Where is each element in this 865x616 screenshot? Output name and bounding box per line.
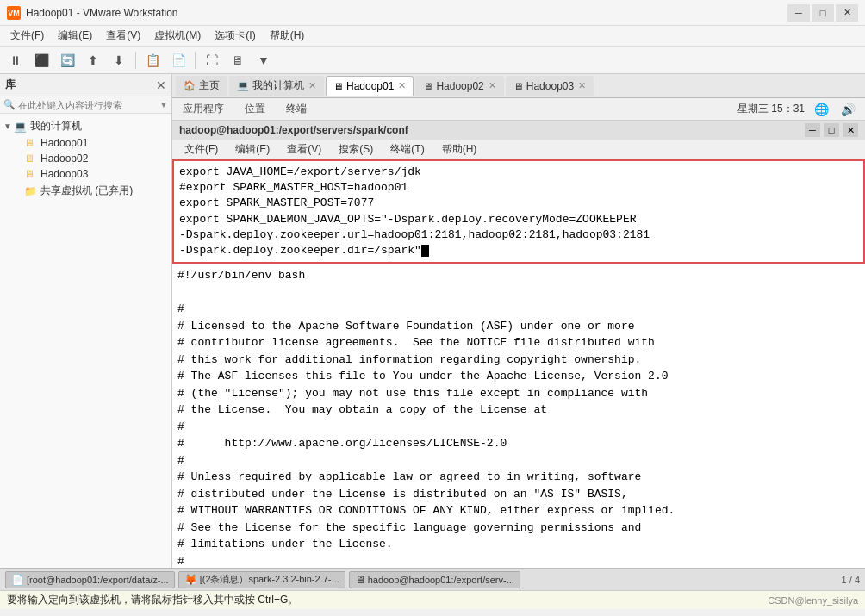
terminal-highlighted-section[interactable]: export JAVA_HOME=/export/servers/jdk #ex… (172, 159, 865, 264)
link-apps[interactable]: 应用程序 (179, 100, 227, 118)
vm-icon-hadoop01: 🖥 (24, 137, 38, 149)
taskbar-label-2: [(2条消息）spark-2.3.2-bin-2.7-... (200, 573, 339, 586)
terminal-close-btn[interactable]: ✕ (843, 123, 858, 137)
file-content-section[interactable]: #!/usr/bin/env bash # # Licensed to the … (172, 264, 865, 568)
toolbar-paste-btn[interactable]: 📄 (166, 49, 190, 72)
taskbar-icon-2: 🦊 (184, 574, 197, 586)
menu-edit[interactable]: 编辑(E) (51, 26, 99, 46)
menu-vm[interactable]: 虚拟机(M) (147, 26, 208, 46)
terminal-window-controls: ─ □ ✕ (805, 123, 858, 137)
taskbar-label-3: hadoop@hadoop01:/export/serv-... (368, 575, 514, 585)
toolbar-btn4[interactable]: ⬆ (81, 49, 105, 72)
toolbar-btn3[interactable]: 🔄 (55, 49, 79, 72)
main-toolbar: ⏸ ⬛ 🔄 ⬆ ⬇ 📋 📄 ⛶ 🖥 ▼ (0, 47, 865, 74)
terminal-full-content[interactable]: export JAVA_HOME=/export/servers/jdk #ex… (172, 159, 865, 568)
shared-vm-icon: 📁 (24, 185, 38, 197)
term-menu-view[interactable]: 查看(V) (278, 140, 330, 159)
tree-hadoop01[interactable]: 🖥 Hadoop01 (0, 135, 171, 151)
network-icon[interactable]: 🌐 (812, 103, 831, 116)
search-arrow-icon[interactable]: ▼ (159, 100, 168, 109)
tree-shared-vm[interactable]: 📁 共享虚拟机 (已弃用) (0, 182, 171, 200)
time-display: 星期三 15：31 (737, 102, 805, 116)
taskbar-item-2[interactable]: 🦊 [(2条消息）spark-2.3.2-bin-2.7-... (178, 571, 345, 588)
toolbar-vm-btn[interactable]: 🖥 (226, 49, 250, 72)
tab-home-icon: 🏠 (184, 80, 196, 91)
link-location[interactable]: 位置 (241, 100, 269, 118)
taskbar-item-3[interactable]: 🖥 hadoop@hadoop01:/export/serv-... (349, 571, 520, 588)
toolbar-more-btn[interactable]: ▼ (252, 49, 276, 72)
quick-links: 应用程序 位置 终端 (179, 100, 310, 118)
term-menu-file[interactable]: 文件(F) (176, 140, 227, 159)
volume-icon[interactable]: 🔊 (838, 103, 858, 116)
toolbar-separator-1 (135, 52, 136, 69)
tab-hadoop03-label: Hadoop03 (526, 80, 574, 92)
app-menu-bar: 文件(F) 编辑(E) 查看(V) 虚拟机(M) 选项卡(I) 帮助(H) (0, 26, 865, 47)
tab-my-computer[interactable]: 💻 我的计算机 ✕ (229, 76, 324, 96)
toolbar-separator-2 (195, 52, 196, 69)
tab-my-computer-label: 我的计算机 (252, 78, 304, 93)
tab-hadoop03-close[interactable]: ✕ (578, 80, 586, 91)
tab-hadoop01-icon: 🖥 (333, 81, 343, 91)
term-menu-terminal[interactable]: 终端(T) (382, 140, 432, 159)
app-icon: VM (7, 6, 21, 20)
tree-my-computer[interactable]: ▼ 💻 我的计算机 (0, 117, 171, 135)
file-code: #!/usr/bin/env bash # # Licensed to the … (177, 267, 860, 568)
terminal-highlighted-code: export JAVA_HOME=/export/servers/jdk #ex… (179, 165, 858, 258)
tab-hadoop02-label: Hadoop02 (436, 80, 483, 92)
link-terminal[interactable]: 终端 (283, 100, 310, 118)
terminal-cursor (421, 245, 429, 257)
term-menu-search[interactable]: 搜索(S) (330, 140, 382, 159)
vm-icon-hadoop02: 🖥 (24, 152, 38, 165)
tab-home[interactable]: 🏠 主页 (176, 76, 227, 96)
terminal-maximize-btn[interactable]: □ (824, 123, 839, 137)
menu-tabs[interactable]: 选项卡(I) (208, 26, 262, 46)
menu-file[interactable]: 文件(F) (3, 26, 51, 46)
taskbar-item-1[interactable]: 📄 [root@hadoop01:/export/data/z-... (5, 571, 175, 588)
computer-icon: 💻 (14, 121, 28, 133)
term-menu-help[interactable]: 帮助(H) (433, 140, 486, 159)
terminal-menu-bar: 文件(F) 编辑(E) 查看(V) 搜索(S) 终端(T) 帮助(H) (172, 140, 865, 159)
watermark: CSDN@lenny_sisilya (768, 595, 858, 606)
terminal-title: hadoop@hadoop01:/export/servers/spark/co… (179, 124, 408, 136)
vm-tree: ▼ 💻 我的计算机 🖥 Hadoop01 🖥 Hadoop02 🖥 Hadoop… (0, 114, 171, 568)
search-input[interactable] (18, 100, 159, 110)
tab-my-computer-icon: 💻 (237, 80, 249, 91)
bottom-status-text: 要将输入定向到该虚拟机，请将鼠标指针移入其中或按 Ctrl+G。 (7, 593, 298, 607)
terminal-wrapper: hadoop@hadoop01:/export/servers/spark/co… (172, 121, 865, 568)
sidebar-close-button[interactable]: ✕ (156, 78, 166, 92)
toolbar-copy-btn[interactable]: 📋 (140, 49, 165, 72)
tree-expand-icon: ▼ (3, 121, 14, 131)
maximize-button[interactable]: □ (812, 4, 834, 22)
tab-my-computer-close[interactable]: ✕ (308, 80, 316, 91)
toolbar-power-btn[interactable]: ⏸ (3, 49, 28, 72)
menu-view[interactable]: 查看(V) (99, 26, 147, 46)
tree-hadoop02[interactable]: 🖥 Hadoop02 (0, 151, 171, 166)
search-icon: 🔍 (3, 99, 16, 110)
sidebar-title: 库 (5, 78, 16, 92)
bottom-status-bar: 要将输入定向到该虚拟机，请将鼠标指针移入其中或按 Ctrl+G。 CSDN@le… (0, 590, 865, 609)
tab-hadoop02[interactable]: 🖥 Hadoop02 ✕ (415, 76, 503, 96)
taskbar-label-1: [root@hadoop01:/export/data/z-... (27, 575, 169, 585)
tab-hadoop02-close[interactable]: ✕ (489, 80, 496, 91)
terminal-minimize-btn[interactable]: ─ (805, 123, 820, 137)
tab-bar: 🏠 主页 💻 我的计算机 ✕ 🖥 Hadoop01 ✕ 🖥 Hadoop02 ✕… (172, 74, 865, 98)
tab-hadoop01-close[interactable]: ✕ (398, 80, 406, 91)
status-right-area: 星期三 15：31 🌐 🔊 (737, 102, 858, 116)
tree-hadoop01-label: Hadoop01 (40, 137, 88, 149)
page-indicator: 1 / 4 (842, 575, 860, 585)
sidebar-header: 库 ✕ (0, 74, 171, 96)
term-menu-edit[interactable]: 编辑(E) (227, 140, 278, 159)
toolbar-btn2[interactable]: ⬛ (29, 49, 53, 72)
tab-hadoop02-icon: 🖥 (423, 81, 432, 91)
toolbar-fullscreen-btn[interactable]: ⛶ (200, 49, 224, 72)
minimize-button[interactable]: ─ (787, 4, 810, 22)
tree-hadoop03[interactable]: 🖥 Hadoop03 (0, 166, 171, 182)
close-button[interactable]: ✕ (836, 4, 858, 22)
toolbar-btn5[interactable]: ⬇ (107, 49, 131, 72)
tab-hadoop01[interactable]: 🖥 Hadoop01 ✕ (326, 76, 414, 96)
taskbar-icon-3: 🖥 (355, 574, 365, 586)
tab-home-label: 主页 (199, 78, 220, 93)
tab-hadoop03[interactable]: 🖥 Hadoop03 ✕ (506, 76, 594, 96)
sidebar-search-bar: 🔍 ▼ (0, 96, 171, 114)
menu-help[interactable]: 帮助(H) (263, 26, 312, 46)
